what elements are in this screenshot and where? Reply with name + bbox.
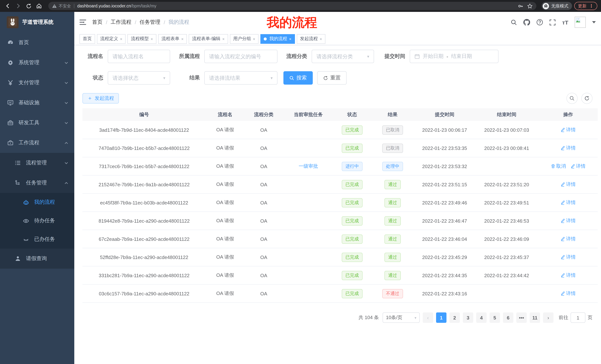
detail-action-link[interactable]: 详情 xyxy=(561,290,576,297)
browser-update-button[interactable]: 更新 ⋮ xyxy=(574,2,597,10)
sidebar-item-robot[interactable]: 我的流程 xyxy=(0,193,74,211)
tab-view-2[interactable]: 流程模型× xyxy=(128,34,156,44)
search-button[interactable]: 搜索 xyxy=(283,71,313,85)
browser-forward-icon[interactable] xyxy=(14,2,22,10)
reset-button[interactable]: 重置 xyxy=(317,71,347,85)
sidebar-item-toolbox[interactable]: 研发工具 xyxy=(0,113,74,133)
page-button-6[interactable]: 6 xyxy=(503,312,513,323)
detail-action-link[interactable]: 详情 xyxy=(561,236,576,242)
toolbox-icon xyxy=(7,120,13,126)
font-size-icon[interactable]: ᴛT xyxy=(562,19,568,25)
detail-action-link[interactable]: 详情 xyxy=(561,145,576,151)
tab-view-3[interactable]: 流程表单× xyxy=(158,34,187,44)
show-search-toggle-button[interactable] xyxy=(566,93,578,104)
process-name-input[interactable] xyxy=(108,50,170,63)
sidebar-item-yen[interactable]: 支付管理 xyxy=(0,73,74,93)
detail-action-link[interactable]: 详情 xyxy=(561,217,576,224)
chevron-down-icon: ▾ xyxy=(415,316,416,320)
refresh-table-button[interactable] xyxy=(581,93,592,104)
bookmark-star-icon[interactable] xyxy=(527,3,533,9)
app-logo-row[interactable]: 芋道管理系统 xyxy=(0,12,74,33)
category-select[interactable]: ▾ xyxy=(312,50,374,63)
browser-reload-icon[interactable] xyxy=(25,2,33,10)
pager-ellipsis[interactable]: ••• xyxy=(516,312,527,323)
close-icon[interactable]: × xyxy=(253,37,255,41)
cell-process-id: 3ad174fb-7b9d-11ec-8404-acde48001122 xyxy=(82,127,206,133)
sidebar-item-eye[interactable]: 待办任务 xyxy=(0,211,74,230)
breadcrumb-task[interactable]: 任务管理 xyxy=(140,19,160,26)
page-button-11[interactable]: 11 xyxy=(530,312,540,323)
close-icon[interactable]: × xyxy=(181,37,184,41)
status-badge: 已完成 xyxy=(342,144,362,153)
tab-home[interactable]: 首页 xyxy=(80,34,95,44)
close-icon[interactable]: × xyxy=(289,37,291,41)
detail-action-link[interactable]: 详情 xyxy=(561,199,576,206)
sidebar-item-gear[interactable]: 系统管理 xyxy=(0,53,74,73)
filter-result-label: 结果 xyxy=(170,75,204,81)
user-avatar[interactable] xyxy=(575,17,586,28)
tab-view-6[interactable]: 我的流程× xyxy=(260,34,295,44)
tab-view-7[interactable]: 发起流程× xyxy=(297,34,325,44)
sidebar-item-eye-closed[interactable]: 已办任务 xyxy=(0,230,74,249)
next-page-button[interactable]: › xyxy=(543,312,553,323)
page-button-5[interactable]: 5 xyxy=(490,312,500,323)
detail-action-link[interactable]: 详情 xyxy=(570,163,586,170)
page-size-select[interactable]: 10条/页 ▾ xyxy=(383,312,420,323)
close-icon[interactable]: × xyxy=(151,37,153,41)
page-button-3[interactable]: 3 xyxy=(463,312,473,323)
edit-icon xyxy=(561,291,565,296)
close-icon[interactable]: × xyxy=(222,37,225,41)
result-badge: 通过 xyxy=(384,180,401,189)
close-icon[interactable]: × xyxy=(320,37,322,41)
sidebar-item-tree[interactable]: 任务管理 xyxy=(0,173,74,193)
browser-home-icon[interactable] xyxy=(35,2,43,10)
cell-submit-time: 2022-01-22 23:49:46 xyxy=(415,200,475,205)
date-end-placeholder[interactable]: 结束日期 xyxy=(451,53,472,60)
detail-action-link[interactable]: 详情 xyxy=(561,254,576,260)
sidebar-collapse-icon[interactable] xyxy=(80,19,87,26)
password-key-icon[interactable] xyxy=(518,3,523,9)
pagination: 共 104 条 10条/页 ▾ ‹ 123456•••11 › 前往 1 页 xyxy=(82,312,592,323)
sidebar-item-monitor[interactable]: 基础设施 xyxy=(0,93,74,113)
status-badge: 已完成 xyxy=(342,289,362,298)
sidebar-item-dashboard[interactable]: 首页 xyxy=(0,33,74,53)
user-menu-caret-icon[interactable] xyxy=(592,21,596,23)
current-task-link[interactable]: 一级审批 xyxy=(299,163,318,169)
page-button-2[interactable]: 2 xyxy=(450,312,460,323)
close-icon[interactable]: × xyxy=(120,37,122,41)
header-search-icon[interactable] xyxy=(511,19,517,25)
sidebar-item-user[interactable]: 请假查询 xyxy=(0,249,74,269)
page-button-4[interactable]: 4 xyxy=(476,312,487,323)
goto-page-input[interactable]: 1 xyxy=(571,312,585,323)
cell-end-time: 2022-01-22 23:45:37 xyxy=(475,254,539,260)
start-process-button[interactable]: ＋ 发起流程 xyxy=(82,93,119,104)
page-button-1[interactable]: 1 xyxy=(436,312,446,323)
github-icon[interactable] xyxy=(523,19,530,26)
cell-category: OA xyxy=(244,200,283,205)
sidebar-item-briefcase[interactable]: 工作流程 xyxy=(0,133,74,153)
result-select[interactable]: ▾ xyxy=(204,71,278,85)
submit-time-range-picker[interactable]: 开始日期 - 结束日期 xyxy=(410,50,499,63)
sidebar-item-label: 待办任务 xyxy=(34,217,55,224)
fullscreen-icon[interactable] xyxy=(550,19,556,25)
detail-action-link[interactable]: 详情 xyxy=(561,272,576,279)
detail-action-link[interactable]: 详情 xyxy=(561,181,576,188)
browser-back-icon[interactable] xyxy=(4,2,12,10)
tab-view-4[interactable]: 流程表单-编辑× xyxy=(189,34,228,44)
cancel-action-link[interactable]: 取消 xyxy=(551,163,566,170)
sidebar-item-list[interactable]: 流程管理 xyxy=(0,153,74,173)
browser-menu-icon[interactable]: ⋮ xyxy=(589,3,594,9)
detail-action-link[interactable]: 详情 xyxy=(561,126,576,133)
prev-page-button[interactable]: ‹ xyxy=(423,312,433,323)
chevron-up-icon xyxy=(64,141,68,145)
date-start-placeholder[interactable]: 开始日期 xyxy=(423,53,443,60)
tab-view-1[interactable]: 流程定义× xyxy=(97,34,126,44)
tab-view-5[interactable]: 用户分组× xyxy=(230,34,259,44)
url-bar[interactable]: 不安全 dashboard.yudao.iocoder.cn/bpm/task/… xyxy=(48,2,536,10)
help-icon[interactable] xyxy=(537,19,543,26)
breadcrumb-workflow[interactable]: 工作流程 xyxy=(111,19,131,26)
breadcrumb-home[interactable]: 首页 xyxy=(92,19,102,26)
app-logo xyxy=(7,16,19,28)
process-definition-input[interactable] xyxy=(204,50,278,63)
status-select[interactable]: ▾ xyxy=(108,71,170,85)
